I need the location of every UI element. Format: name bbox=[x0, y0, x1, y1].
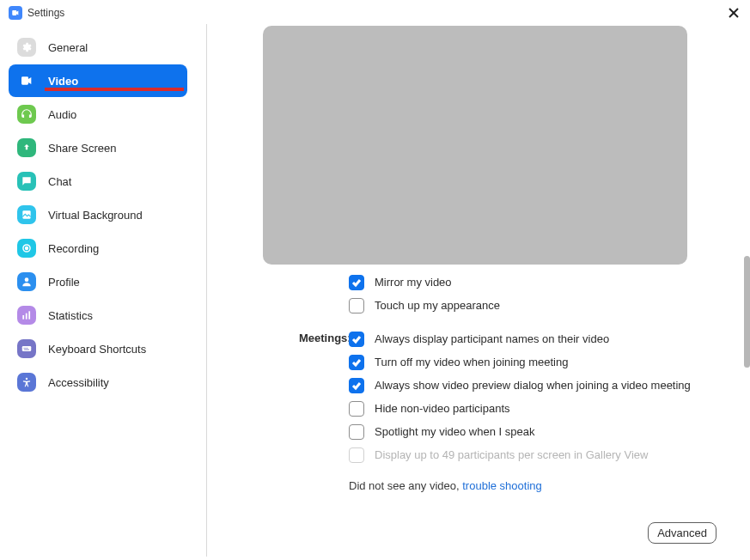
accessibility-icon bbox=[17, 373, 36, 392]
sidebar-item-audio[interactable]: Audio bbox=[9, 98, 187, 131]
option-spotlight[interactable]: Spotlight my video when I speak bbox=[349, 424, 750, 440]
svg-rect-2 bbox=[22, 210, 30, 218]
checkbox[interactable] bbox=[349, 298, 364, 313]
gear-icon bbox=[17, 38, 36, 57]
option-show-preview-dialog[interactable]: Always show video preview dialog when jo… bbox=[349, 378, 750, 393]
video-preview bbox=[263, 26, 687, 265]
sidebar-item-keyboard-shortcuts[interactable]: Keyboard Shortcuts bbox=[9, 332, 187, 365]
keyboard-icon bbox=[17, 339, 36, 358]
troubleshooting-link[interactable]: trouble shooting bbox=[462, 479, 542, 492]
no-video-help-text: Did not see any video, trouble shooting bbox=[349, 479, 542, 492]
sidebar-item-chat[interactable]: Chat bbox=[9, 165, 187, 198]
sidebar-item-recording[interactable]: Recording bbox=[9, 232, 187, 265]
option-video-off-joining[interactable]: Turn off my video when joining meeting bbox=[349, 355, 750, 370]
sidebar-item-label: Video bbox=[48, 75, 78, 88]
svg-point-4 bbox=[26, 247, 28, 250]
svg-rect-13 bbox=[24, 350, 29, 350]
annotation-underline bbox=[45, 88, 184, 91]
option-label: Always show video preview dialog when jo… bbox=[375, 378, 691, 393]
meetings-section-label: Meetings: bbox=[299, 332, 351, 344]
advanced-button[interactable]: Advanced bbox=[648, 522, 716, 544]
checkbox bbox=[349, 447, 364, 463]
sidebar-item-label: Keyboard Shortcuts bbox=[48, 343, 146, 356]
virtual-background-icon bbox=[17, 205, 36, 224]
sidebar-item-accessibility[interactable]: Accessibility bbox=[9, 366, 187, 399]
share-screen-icon bbox=[17, 138, 36, 157]
checkbox[interactable] bbox=[349, 401, 364, 417]
svg-rect-11 bbox=[25, 348, 26, 349]
option-display-names[interactable]: Always display participant names on thei… bbox=[349, 332, 750, 347]
titlebar: Settings bbox=[0, 0, 750, 26]
option-label: Spotlight my video when I speak bbox=[375, 424, 534, 440]
option-label: Touch up my appearance bbox=[375, 298, 500, 313]
chat-icon bbox=[17, 172, 36, 191]
svg-point-14 bbox=[26, 378, 27, 380]
sidebar-item-general[interactable]: General bbox=[9, 31, 187, 64]
app-icon bbox=[9, 6, 22, 20]
statistics-icon bbox=[17, 306, 36, 325]
option-hide-non-video[interactable]: Hide non-video participants bbox=[349, 401, 750, 417]
sidebar-item-statistics[interactable]: Statistics bbox=[9, 299, 187, 332]
sidebar-item-video[interactable]: Video bbox=[9, 64, 187, 97]
headphones-icon bbox=[17, 105, 36, 124]
sidebar-item-label: Accessibility bbox=[48, 376, 109, 389]
svg-rect-7 bbox=[26, 313, 27, 320]
svg-rect-8 bbox=[28, 311, 30, 319]
no-video-text: Did not see any video, bbox=[349, 479, 462, 492]
window-title: Settings bbox=[27, 7, 64, 19]
option-mirror-video[interactable]: Mirror my video bbox=[349, 275, 750, 290]
sidebar-item-label: Chat bbox=[48, 175, 71, 188]
checkbox[interactable] bbox=[349, 355, 364, 370]
option-label: Always display participant names on thei… bbox=[375, 332, 609, 347]
svg-point-5 bbox=[25, 277, 29, 282]
checkbox[interactable] bbox=[349, 332, 364, 347]
sidebar-item-profile[interactable]: Profile bbox=[9, 265, 187, 298]
option-label: Hide non-video participants bbox=[375, 401, 510, 417]
recording-icon bbox=[17, 239, 36, 258]
option-gallery-49: Display up to 49 participants per screen… bbox=[349, 447, 750, 463]
sidebar-item-label: Audio bbox=[48, 108, 76, 121]
scrollbar-thumb[interactable] bbox=[744, 256, 750, 368]
sidebar-item-virtual-background[interactable]: Virtual Background bbox=[9, 198, 187, 231]
sidebar-item-label: Virtual Background bbox=[48, 209, 143, 222]
svg-rect-9 bbox=[22, 346, 32, 351]
option-label: Mirror my video bbox=[375, 275, 452, 290]
profile-icon bbox=[17, 272, 36, 291]
sidebar-item-label: Recording bbox=[48, 242, 99, 255]
close-button[interactable] bbox=[726, 5, 741, 21]
checkbox[interactable] bbox=[349, 275, 364, 290]
checkbox[interactable] bbox=[349, 378, 364, 393]
sidebar: General Video Audio Share Screen Chat bbox=[0, 26, 206, 560]
sidebar-item-share-screen[interactable]: Share Screen bbox=[9, 131, 187, 164]
video-icon bbox=[17, 71, 36, 90]
sidebar-item-label: Profile bbox=[48, 276, 80, 289]
option-touch-up[interactable]: Touch up my appearance bbox=[349, 298, 750, 313]
option-label: Turn off my video when joining meeting bbox=[375, 355, 568, 370]
checkbox[interactable] bbox=[349, 424, 364, 440]
sidebar-item-label: Share Screen bbox=[48, 142, 117, 155]
option-label: Display up to 49 participants per screen… bbox=[375, 447, 648, 463]
svg-rect-12 bbox=[27, 348, 27, 349]
sidebar-item-label: General bbox=[48, 41, 88, 54]
content-panel: Mirror my video Touch up my appearance M… bbox=[206, 26, 750, 560]
svg-rect-10 bbox=[24, 348, 25, 349]
sidebar-item-label: Statistics bbox=[48, 309, 93, 322]
svg-rect-6 bbox=[22, 315, 24, 320]
